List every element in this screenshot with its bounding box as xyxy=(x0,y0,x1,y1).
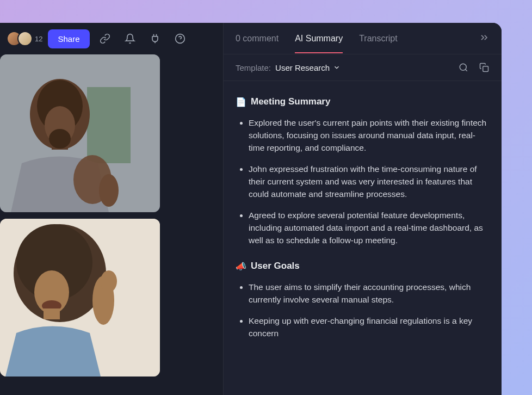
goals-bullet: The user aims to simplify their accounti… xyxy=(236,281,490,306)
video-tile[interactable] xyxy=(0,219,160,377)
goals-bullets: The user aims to simplify their accounti… xyxy=(236,281,490,340)
summary-bullet: Explored the user's current pain points … xyxy=(236,117,490,155)
link-icon[interactable] xyxy=(95,29,115,48)
copy-icon[interactable] xyxy=(479,62,490,73)
summary-bullet: John expressed frustration with the time… xyxy=(236,163,490,201)
avatar xyxy=(17,31,33,46)
tab-transcript[interactable]: Transcript xyxy=(359,24,398,53)
tab-ai-summary[interactable]: AI Summary xyxy=(295,24,343,53)
meeting-summary-title: Meeting Summary xyxy=(251,96,330,107)
svg-line-20 xyxy=(465,69,467,71)
summary-bullets: Explored the user's current pain points … xyxy=(236,117,490,246)
megaphone-icon: 📣 xyxy=(236,261,246,271)
tab-comment[interactable]: 0 comment xyxy=(236,24,279,53)
user-goals-heading: 📣 User Goals xyxy=(236,261,490,271)
participant-count: 12 xyxy=(35,35,42,43)
template-label: Template: xyxy=(236,63,271,72)
svg-point-18 xyxy=(101,270,117,292)
meeting-summary-heading: 📄 Meeting Summary xyxy=(236,96,490,107)
document-icon: 📄 xyxy=(236,97,246,107)
search-icon[interactable] xyxy=(458,62,469,73)
toolbar: 12 Share xyxy=(0,23,223,54)
chevron-down-icon xyxy=(333,64,341,71)
video-tile[interactable] xyxy=(0,54,160,212)
template-actions xyxy=(458,62,490,73)
bell-icon[interactable] xyxy=(120,29,140,48)
svg-rect-21 xyxy=(483,66,488,72)
help-icon[interactable] xyxy=(170,29,190,48)
svg-point-19 xyxy=(460,64,466,70)
svg-point-10 xyxy=(99,174,119,207)
right-panel: 0 comment AI Summary Transcript Template… xyxy=(223,23,502,395)
app-window: 12 Share xyxy=(0,23,502,395)
svg-rect-16 xyxy=(44,308,60,319)
template-bar: Template: User Research xyxy=(224,54,502,81)
user-goals-title: User Goals xyxy=(251,261,300,271)
template-dropdown[interactable]: User Research xyxy=(275,63,341,72)
svg-rect-3 xyxy=(87,87,131,163)
participant-avatars[interactable]: 12 xyxy=(7,31,42,46)
left-panel: 12 Share xyxy=(0,23,223,395)
summary-content: 📄 Meeting Summary Explored the user's cu… xyxy=(224,81,502,395)
plug-icon[interactable] xyxy=(145,29,165,48)
video-grid xyxy=(0,54,223,395)
svg-point-8 xyxy=(49,129,71,149)
tabs: 0 comment AI Summary Transcript xyxy=(224,23,502,54)
share-button[interactable]: Share xyxy=(48,29,89,48)
summary-bullet: Agreed to explore several potential feat… xyxy=(236,209,490,247)
template-value-text: User Research xyxy=(275,63,330,72)
collapse-icon[interactable] xyxy=(479,32,490,45)
goals-bullet: Keeping up with ever-changing financial … xyxy=(236,315,490,340)
